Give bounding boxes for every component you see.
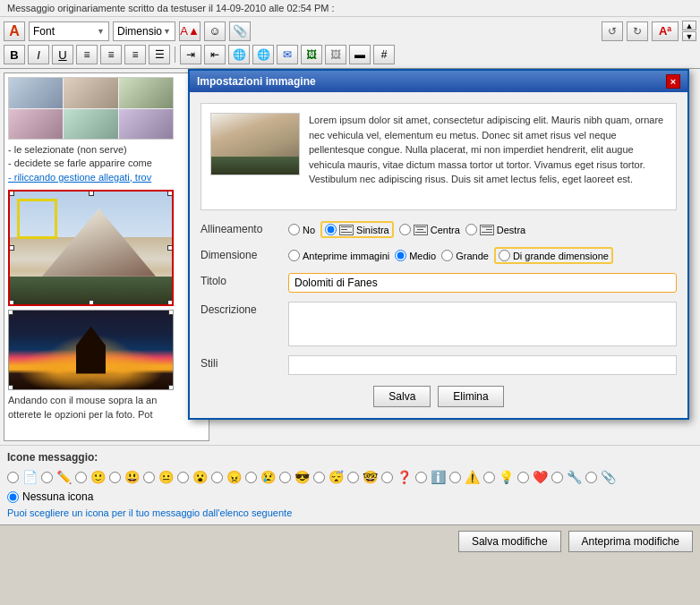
align-centra-radio[interactable] [399,224,411,235]
font-selector[interactable]: Font ▼ [29,21,109,41]
size-anteprime-radio[interactable] [288,250,300,261]
email-btn[interactable]: ✉ [277,45,298,64]
align-destra-radio[interactable] [465,224,477,235]
hr-btn[interactable]: ▬ [349,45,371,64]
save-changes-btn[interactable]: Salva modifiche [458,531,561,552]
align-sinistra-radio[interactable] [325,224,337,235]
titolo-input[interactable] [288,273,677,293]
increase-size-btn[interactable]: ▲ [682,21,696,30]
no-icon-radio[interactable] [7,491,19,503]
church-handle-tl[interactable] [8,310,13,315]
icon-radio-wrench[interactable] [551,472,563,483]
icon-option-sad[interactable]: 😢 [245,469,276,485]
icon-radio-neutral[interactable] [143,472,155,483]
handle-br[interactable] [167,300,173,305]
icon-option-cool[interactable]: 😎 [279,469,310,485]
size-grande-option[interactable]: Grande [441,250,489,261]
icon-radio-sleep[interactable] [313,472,325,483]
size-medio-option[interactable]: Medio [395,250,436,261]
img1-btn[interactable]: 🖼 [301,45,322,64]
align-destra-option[interactable]: Destra [465,224,525,235]
church-handle-br[interactable] [168,385,174,390]
icon-radio-info[interactable] [415,472,427,483]
icon-radio-heart[interactable] [517,472,529,483]
church-image[interactable] [8,310,174,390]
outdent-btn[interactable]: ⇤ [204,45,226,64]
globe2-btn[interactable]: 🌐 [252,45,274,64]
size-grande-dim-option[interactable]: Di grande dimensione [494,247,613,264]
icon-option-neutral[interactable]: 😐 [143,469,174,485]
icon-option-surprised[interactable]: 😮 [177,469,208,485]
icon-radio-cool[interactable] [279,472,291,483]
icon-option-smile1[interactable]: 🙂 [75,469,106,485]
size-anteprime-option[interactable]: Anteprime immagini [288,250,389,261]
handle-tl[interactable] [9,191,14,196]
align-centra-option[interactable]: Centra [399,224,460,235]
icon-radio-edit[interactable] [41,472,53,483]
help-link[interactable]: Puoi scegliere un icona per il tuo messa… [7,507,292,518]
handle-bc[interactable] [89,300,94,305]
icon-option-info[interactable]: ℹ️ [415,469,446,485]
icon-radio-angry[interactable] [211,472,223,483]
handle-tr[interactable] [167,191,173,196]
icon-option-heart[interactable]: ❤️ [517,469,548,485]
align-center-btn[interactable]: ≡ [100,45,122,64]
stili-input[interactable] [288,355,677,375]
icon-radio-smile2[interactable] [109,472,121,483]
icon-option-doc[interactable]: 📄 [7,469,38,485]
align-right-btn[interactable]: ≡ [124,45,146,64]
size-grande-dim-radio[interactable] [499,250,510,261]
icon-radio-bulb[interactable] [483,472,495,483]
undo-btn[interactable]: ↺ [602,21,623,41]
special-btn[interactable]: # [373,45,395,64]
handle-bl[interactable] [9,300,14,305]
icon-radio-attach2[interactable] [585,472,597,483]
icon-radio-smile1[interactable] [75,472,87,483]
icon-option-smile2[interactable]: 😃 [109,469,140,485]
redo-btn[interactable]: ↻ [627,21,648,41]
icon-option-sleep[interactable]: 😴 [313,469,344,485]
preview-changes-btn[interactable]: Anteprima modifiche [568,531,693,552]
underline-btn[interactable]: U [52,45,73,64]
church-handle-bl[interactable] [8,385,13,390]
decrease-size-btn[interactable]: ▼ [682,31,696,41]
align-left-btn[interactable]: ≡ [76,45,98,64]
handle-tc[interactable] [89,191,94,196]
icon-option-angry[interactable]: 😠 [211,469,242,485]
bold-btn[interactable]: B [4,45,25,64]
icon-radio-glasses[interactable] [347,472,359,483]
font-color-btn[interactable]: A▲ [179,21,201,41]
dialog-save-btn[interactable]: Salva [373,386,431,407]
aa-btn[interactable]: Aª [652,21,679,41]
icon-radio-sad[interactable] [245,472,257,483]
icon-radio-surprised[interactable] [177,472,189,483]
dimension-selector[interactable]: Dimensio ▼ [113,21,175,41]
icon-radio-doc[interactable] [7,472,19,483]
italic-btn[interactable]: I [28,45,49,64]
icon-option-glasses[interactable]: 🤓 [347,469,378,485]
align-no-option[interactable]: No [288,224,315,235]
icon-option-warn[interactable]: ⚠️ [449,469,480,485]
img2-btn[interactable]: 🖼 [325,45,346,64]
indent-btn[interactable]: ⇥ [180,45,201,64]
church-handle-tr[interactable] [168,310,174,315]
icon-option-question[interactable]: ❓ [381,469,412,485]
dialog-close-btn[interactable]: × [666,74,680,89]
list-btn[interactable]: ☰ [149,45,170,64]
icon-option-edit[interactable]: ✏️ [41,469,72,485]
mountain-image[interactable] [8,190,174,306]
size-grande-radio[interactable] [441,250,453,261]
align-no-radio[interactable] [288,224,300,235]
icon-option-attach2[interactable]: 📎 [585,469,616,485]
icon-option-wrench[interactable]: 🔧 [551,469,582,485]
descrizione-textarea[interactable] [288,302,677,346]
size-medio-radio[interactable] [395,250,406,261]
format-icon-btn[interactable]: A [4,21,25,41]
dialog-delete-btn[interactable]: Elimina [438,386,503,407]
icon-radio-question[interactable] [381,472,393,483]
align-sinistra-option[interactable]: Sinistra [320,221,394,238]
smiley-btn[interactable]: ☺ [204,21,226,41]
icon-option-bulb[interactable]: 💡 [483,469,514,485]
attach-btn[interactable]: 📎 [229,21,251,41]
handle-ml[interactable] [9,245,14,251]
